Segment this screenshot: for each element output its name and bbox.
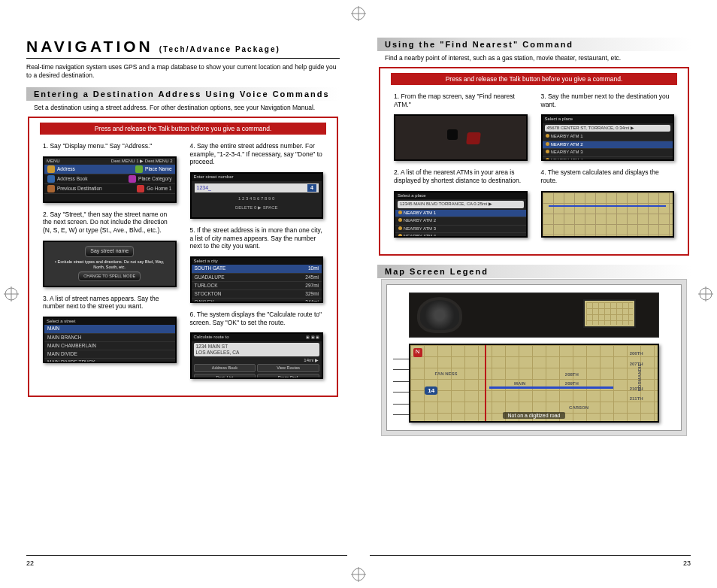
section-voice-header: Entering a Destination Address Using Voi… xyxy=(26,87,340,101)
voice-step-3: 3. A list of street names appears. Say t… xyxy=(43,295,177,311)
thumb-atm-list-1: Select a place 45678 CENTER ST, TORRANCE… xyxy=(541,114,675,161)
thumb-city-list: Select a city SOUTH GATE10mi GUADALUPE24… xyxy=(190,256,324,303)
section-voice-intro: Set a destination using a street address… xyxy=(34,104,332,112)
atm1-title: Select a place xyxy=(543,116,673,123)
num-foot: DELETE 0 ▶ SPACE xyxy=(192,204,322,213)
nearest-step-2: 2. A list of the nearest ATMs in your ar… xyxy=(394,168,528,184)
atm2-3: NEARBY ATM 4 xyxy=(404,234,436,238)
thumb-menu-title: MENU xyxy=(47,159,60,165)
intro-text: Real-time navigation system uses GPS and… xyxy=(26,63,340,80)
title-rule xyxy=(26,58,340,59)
page-number-left: 22 xyxy=(26,559,34,567)
voice-step-4: 4. Say the entire street address number.… xyxy=(190,142,324,166)
say-street-title: Say street name xyxy=(85,246,134,257)
city-0d: 10mi xyxy=(308,265,319,271)
voice-steps-box: Press and release the Talk button before… xyxy=(28,117,338,397)
ms-5: 209TH xyxy=(565,381,579,386)
route-dist: 14mi ▶ xyxy=(192,358,322,364)
atm1-2: NEARBY ATM 3 xyxy=(551,150,583,154)
streetlist-1: MAIN BRANCH xyxy=(44,334,175,342)
crop-mark-right xyxy=(698,286,713,302)
thumb-talk-button xyxy=(394,114,528,161)
menu-placecat: Place Category xyxy=(138,176,171,182)
num-keys: 1 2 3 4 5 6 7 8 9 0 xyxy=(192,195,322,204)
thumb-route-map xyxy=(541,191,675,238)
city-1d: 245mi xyxy=(305,274,319,280)
menu-address: Address xyxy=(57,166,75,172)
streetlist-4: MAIN DIVIDE TRUCK xyxy=(44,359,175,363)
map-legend-image: N 14 FAN NESS 206TH 207TH 208TH MAIN 209… xyxy=(409,344,660,423)
thumb-street-list: Select a street MAIN MAIN BRANCH MAIN CH… xyxy=(43,317,177,363)
ms-7: 211TH xyxy=(630,396,643,401)
crop-mark-top xyxy=(351,6,366,21)
map-north-icon: N xyxy=(413,348,422,357)
page-title: NAVIGATION xyxy=(26,38,153,56)
city-0: SOUTH GATE xyxy=(195,265,226,271)
crop-mark-left xyxy=(4,286,19,302)
thumb-say-street: Say street name • Exclude street types a… xyxy=(43,241,177,287)
atm1-0: NEARBY ATM 1 xyxy=(551,134,583,138)
thumb-menu: MENUDest.MENU 1 ▶ Dest.MENU 2 AddressPla… xyxy=(43,156,177,203)
atm1-addr: 45678 CENTER ST, TORRANCE, 0.34mi ▶ xyxy=(545,125,671,132)
menu-addrbook: Address Book xyxy=(57,176,87,182)
nearest-steps-box: Press and release the Talk button before… xyxy=(379,67,689,256)
say-street-note: • Exclude street types and directions. D… xyxy=(44,259,175,270)
ms-3: 208TH xyxy=(565,372,579,377)
route-btn-1: View Routes xyxy=(257,364,319,372)
nearest-step-3: 3. Say the number next to the destinatio… xyxy=(541,92,675,108)
city-2d: 297mi xyxy=(305,283,319,289)
streetlist-3: MAIN DIVIDE xyxy=(44,350,175,359)
city-2: TURLOCK xyxy=(195,283,218,289)
rule-bottom-left xyxy=(26,555,347,556)
num-entry: 1234_ xyxy=(197,185,211,192)
nearest-step-4: 4. The system calculates and displays th… xyxy=(541,168,675,184)
thumb-atm-list-2: Select a place 12345 MAIN BLVD TORRANCE,… xyxy=(394,191,528,238)
atm1-1: NEARBY ATM 2 xyxy=(551,142,583,147)
route-btn-2: Dest. List xyxy=(194,374,256,379)
menu-placename: Place Name xyxy=(145,166,171,172)
voice-step-2: 2. Say "Street," then say the street nam… xyxy=(43,211,177,235)
map-msg: Not on a digitized road xyxy=(503,412,564,419)
page-number-right: 23 xyxy=(683,559,691,567)
ms-0: FAN NESS xyxy=(435,371,458,376)
voice-step-6: 6. The system displays the "Calculate ro… xyxy=(190,311,324,326)
page-subtitle: (Tech/Advance Package) xyxy=(159,45,280,53)
dashboard-photo xyxy=(409,292,660,338)
nearest-red-bar: Press and release the Talk button before… xyxy=(391,73,677,85)
city-3: STOCKTON xyxy=(195,291,222,297)
section-nearest-header: Using the "Find Nearest" Command xyxy=(377,38,691,51)
route-addr: 1234 MAIN ST LOS ANGELES, CA xyxy=(194,343,320,356)
streetlist-0: MAIN xyxy=(44,325,175,333)
legend-box: N 14 FAN NESS 206TH 207TH 208TH MAIN 209… xyxy=(386,284,682,431)
section-nearest-intro: Find a nearby point of interest, such as… xyxy=(385,54,683,62)
city-4: OAKLEY xyxy=(195,299,214,303)
route-title: Calculate route to xyxy=(194,335,229,341)
route-btn-3: Route Pref. xyxy=(257,374,319,379)
map-badge: 14 xyxy=(425,386,437,395)
citylist-title: Select a city xyxy=(192,258,322,265)
section-legend-header: Map Screen Legend xyxy=(377,265,691,278)
city-3d: 329mi xyxy=(305,291,319,297)
menu-gohome: Go Home 1 xyxy=(147,186,171,192)
atm2-addr: 12345 MAIN BLVD TORRANCE, CA 0.25mi ▶ xyxy=(398,201,524,208)
voice-step-1: 1. Say "Display menu." Say "Address." xyxy=(43,142,177,150)
atm2-0: NEARBY ATM 1 xyxy=(404,211,436,215)
menu-prev: Previous Destination xyxy=(57,186,102,192)
city-4d: 344mi xyxy=(305,299,319,303)
streetlist-2: MAIN CHAMBERLAIN xyxy=(44,342,175,350)
thumb-menu-sub: Dest.MENU 1 ▶ Dest.MENU 2 xyxy=(111,159,173,165)
route-btn-0: Address Book xyxy=(194,364,256,372)
num-badge: 4 xyxy=(307,184,316,192)
ms-8: CARSON xyxy=(569,405,588,410)
num-title: Enter street number xyxy=(192,174,322,181)
ms-9: NORMANDIE xyxy=(637,363,641,391)
city-1: GUADALUPE xyxy=(195,274,225,280)
rule-bottom-right xyxy=(370,555,691,556)
nearest-step-1: 1. From the map screen, say "Find neares… xyxy=(394,92,528,108)
atm2-2: NEARBY ATM 3 xyxy=(404,226,436,231)
crop-mark-bottom xyxy=(351,567,366,582)
atm2-title: Select a place xyxy=(395,192,526,200)
thumb-calc-route: Calculate route to▣ ▣ ▣ 1234 MAIN ST LOS… xyxy=(190,332,324,379)
voice-red-bar: Press and release the Talk button before… xyxy=(40,123,326,135)
streetlist-title: Select a street xyxy=(44,318,175,326)
